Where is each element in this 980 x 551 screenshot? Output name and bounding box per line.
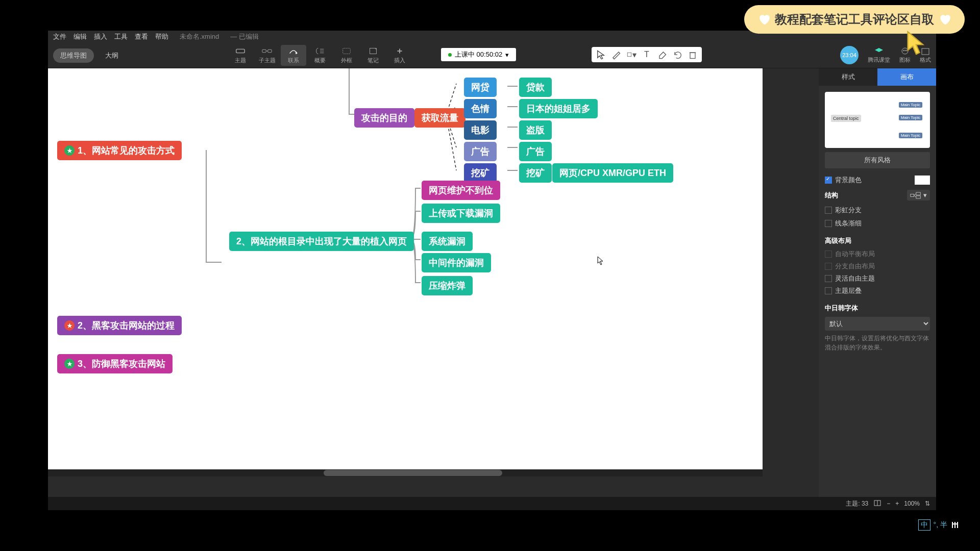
node-ad-r[interactable]: 广告 (519, 142, 552, 161)
node-purpose[interactable]: 攻击的目的 (354, 108, 414, 128)
node-section-1[interactable]: 1、网站常见的攻击方式 (57, 141, 182, 160)
drawing-toolbar[interactable]: ▾ T (592, 47, 702, 62)
node-mine[interactable]: 挖矿 (464, 163, 497, 183)
tab-canvas[interactable]: 画布 (877, 68, 936, 86)
text-icon[interactable]: T (642, 49, 652, 60)
checkbox-branch-free (825, 263, 832, 270)
fit-icon[interactable] (873, 499, 881, 508)
node-loan-r[interactable]: 贷款 (519, 78, 552, 97)
node-cause-1[interactable]: 网页维护不到位 (422, 181, 500, 200)
svg-line-22 (914, 195, 916, 197)
avatar[interactable]: 23:04 (840, 46, 859, 64)
topic-count: 主题: 33 (846, 499, 868, 508)
tool-topic[interactable]: 主题 (228, 45, 253, 66)
zoom-menu-icon[interactable]: ⇅ (925, 500, 930, 507)
checkbox-overlap[interactable] (825, 287, 832, 294)
menu-help[interactable]: 帮助 (155, 32, 168, 41)
heart-icon (938, 13, 951, 26)
chevron-down-icon: ▾ (923, 191, 927, 199)
svg-line-21 (914, 193, 916, 195)
svg-rect-0 (236, 49, 245, 53)
node-movie[interactable]: 电影 (464, 120, 497, 140)
zoom-out-button[interactable]: − (887, 500, 890, 507)
tool-boundary[interactable]: 外框 (334, 45, 359, 66)
label-branch-free: 分支自由布局 (835, 262, 875, 271)
node-section-3[interactable]: 3、防御黑客攻击网站 (57, 354, 173, 373)
node-porn-r[interactable]: 日本的姐姐居多 (519, 99, 598, 118)
checkbox-flex-topic[interactable] (825, 275, 832, 282)
node-root-dir[interactable]: 2、网站的根目录中出现了大量的植入网页 (229, 232, 414, 251)
canvas-area[interactable]: 1、网站常见的攻击方式 2、黑客攻击网站的过程 3、防御黑客攻击网站 攻击的目的… (48, 68, 819, 497)
node-mine-r2[interactable]: 网页/CPU XMR/GPU ETH (552, 163, 673, 183)
all-styles-button[interactable]: 所有风格 (825, 152, 930, 168)
undo-icon[interactable] (672, 49, 682, 60)
node-mine-r[interactable]: 挖矿 (519, 163, 552, 183)
menu-insert[interactable]: 插入 (94, 32, 107, 41)
label-flex-topic: 灵活自由主题 (835, 274, 875, 283)
class-status[interactable]: 上课中 00:50:02 ▾ (441, 48, 516, 61)
connectors (48, 68, 763, 477)
color-swatch[interactable] (915, 176, 930, 185)
label-structure: 结构 (825, 191, 838, 200)
scrollbar-thumb[interactable] (324, 470, 502, 476)
star-icon (64, 359, 75, 369)
menu-file[interactable]: 文件 (53, 32, 66, 41)
node-cause-2[interactable]: 上传或下载漏洞 (422, 204, 500, 223)
status-bar: 主题: 33 − + 100% ⇅ (48, 497, 936, 510)
font-select[interactable]: 默认 (825, 317, 930, 331)
tab-mindmap[interactable]: 思维导图 (53, 48, 94, 63)
tool-summary[interactable]: 概要 (307, 45, 333, 66)
status-dot-icon (448, 53, 452, 57)
structure-select[interactable]: ▾ (907, 190, 930, 201)
node-cause-3[interactable]: 系统漏洞 (422, 232, 473, 251)
ime-indicator[interactable]: 中 °, 半 (918, 519, 960, 531)
star-icon (64, 145, 75, 156)
tool-note[interactable]: 笔记 (360, 45, 386, 66)
label-auto-balance: 自动平衡布局 (835, 249, 875, 259)
node-traffic[interactable]: 获取流量 (414, 108, 465, 128)
label-cjk-font: 中日韩字体 (825, 304, 930, 313)
menu-tool[interactable]: 工具 (114, 32, 128, 41)
tab-style[interactable]: 样式 (819, 68, 877, 86)
label-overlap: 主题层叠 (835, 286, 862, 295)
node-ad[interactable]: 广告 (464, 142, 497, 161)
node-cause-5[interactable]: 压缩炸弹 (422, 276, 473, 295)
node-section-2[interactable]: 2、黑客攻击网站的过程 (57, 316, 182, 335)
trash-icon[interactable] (688, 49, 698, 60)
zoom-in-button[interactable]: + (895, 500, 899, 507)
toolbar: 思维导图 大纲 主题 子主题 联系 概要 外框 笔记 插入 上课中 00:50:… (48, 43, 936, 68)
svg-rect-24 (916, 195, 920, 198)
font-hint: 中日韩字体，设置后将优化与西文字体混合排版的字体效果。 (825, 334, 930, 352)
heart-icon (757, 13, 771, 26)
promo-text: 教程配套笔记工具评论区自取 (775, 11, 934, 28)
pen-icon[interactable] (611, 49, 621, 60)
theme-preview[interactable]: Central topic Main Topic Main Topic Main… (825, 92, 930, 148)
mouse-cursor (597, 256, 604, 265)
file-state: — 已编辑 (230, 32, 259, 41)
node-cause-4[interactable]: 中间件的漏洞 (422, 253, 491, 272)
menu-view[interactable]: 查看 (135, 32, 148, 41)
tencent-class-button[interactable]: 腾讯课堂 (868, 47, 890, 64)
pointer-icon[interactable] (596, 49, 606, 60)
node-loan[interactable]: 网贷 (464, 78, 497, 97)
tool-subtopic[interactable]: 子主题 (254, 45, 280, 66)
eraser-icon[interactable] (657, 49, 667, 60)
svg-rect-23 (916, 192, 920, 195)
checkbox-bg-color[interactable] (825, 177, 832, 184)
node-porn[interactable]: 色情 (464, 99, 497, 118)
menu-edit[interactable]: 编辑 (74, 32, 87, 41)
horizontal-scrollbar[interactable] (48, 469, 763, 477)
node-movie-r[interactable]: 盗版 (519, 120, 552, 140)
tool-relation[interactable]: 联系 (281, 45, 306, 66)
tool-insert[interactable]: 插入 (387, 45, 412, 66)
tab-outline[interactable]: 大纲 (98, 48, 126, 63)
svg-rect-12 (627, 53, 631, 57)
cursor-graphic (903, 31, 929, 61)
app-window: 文件 编辑 插入 工具 查看 帮助 未命名.xmind — 已编辑 思维导图 大… (48, 31, 936, 510)
checkbox-tapered[interactable] (825, 220, 832, 227)
label-rainbow: 彩虹分支 (835, 206, 862, 215)
zoom-level: 100% (904, 500, 920, 507)
shape-icon[interactable]: ▾ (626, 49, 636, 60)
checkbox-rainbow[interactable] (825, 207, 832, 214)
label-bg-color: 背景颜色 (835, 176, 862, 185)
